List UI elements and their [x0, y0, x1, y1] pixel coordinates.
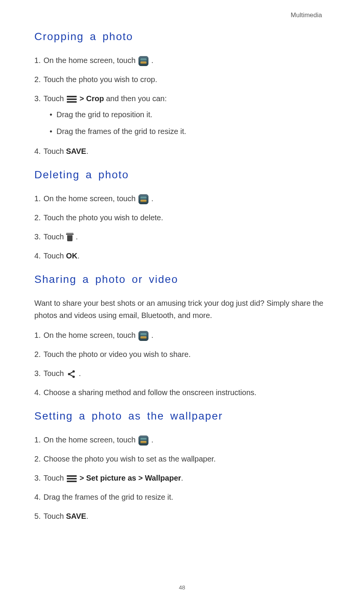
step-bold: SAVE	[66, 147, 86, 155]
steps-deleting: On the home screen, touch . Touch the ph…	[34, 192, 330, 262]
step-text-pre: Touch	[43, 474, 66, 482]
step-item: Drag the frames of the grid to resize it…	[34, 491, 330, 503]
section-heading-wallpaper: Setting a photo as the wallpaper	[34, 410, 330, 422]
section-heading-deleting: Deleting a photo	[34, 169, 330, 181]
sub-item: Drag the frames of the grid to resize it…	[50, 124, 330, 138]
step-bold: OK	[66, 252, 77, 260]
share-icon	[67, 370, 76, 378]
step-text-pre: Touch	[43, 512, 66, 520]
section-heading-cropping: Cropping a photo	[34, 31, 330, 43]
step-text-post: .	[151, 194, 153, 203]
step-text-pre: Touch	[43, 147, 66, 155]
step-bold: SAVE	[66, 512, 86, 520]
step-item: Choose a sharing method and follow the o…	[34, 386, 330, 399]
menu-icon	[67, 475, 77, 482]
step-text-pre: Touch	[43, 94, 66, 103]
step-item: Touch .	[34, 231, 330, 243]
step-text-pre: Touch	[43, 232, 66, 241]
step-text-pre: On the home screen, touch	[43, 436, 138, 444]
step-item: Choose the photo you wish to set as the …	[34, 453, 330, 465]
step-text-post: .	[151, 331, 153, 339]
step-bold-prefix: >	[80, 474, 86, 482]
step-text-pre: Touch	[43, 369, 66, 378]
steps-wallpaper: On the home screen, touch . Choose the p…	[34, 434, 330, 522]
step-text-pre: On the home screen, touch	[43, 194, 138, 203]
step-item: On the home screen, touch .	[34, 329, 330, 341]
step-item: Touch OK.	[34, 250, 330, 262]
steps-sharing: On the home screen, touch . Touch the ph…	[34, 329, 330, 399]
step-text: Choose the photo you wish to set as the …	[43, 455, 216, 463]
step-item: Touch > Set picture as > Wallpaper.	[34, 472, 330, 484]
step-item: Touch the photo you wish to delete.	[34, 211, 330, 224]
step-item: Touch SAVE.	[34, 510, 330, 522]
step-text-pre: Touch	[43, 252, 66, 260]
gallery-app-icon	[139, 56, 148, 66]
step-text-post: and then you can:	[106, 94, 167, 103]
step-item: Touch SAVE.	[34, 145, 330, 157]
gallery-app-icon	[139, 331, 148, 341]
step-text: Drag the frames of the grid to resize it…	[43, 493, 173, 501]
step-text-post: .	[86, 147, 89, 155]
sub-item: Drag the grid to reposition it.	[50, 108, 330, 121]
step-text-post: .	[76, 232, 78, 241]
document-page: Multimedia Cropping a photo On the home …	[0, 0, 364, 602]
step-text-post: .	[151, 436, 153, 444]
step-text-pre: On the home screen, touch	[43, 56, 138, 65]
page-category-header: Multimedia	[34, 11, 330, 19]
step-item: Touch the photo or video you wish to sha…	[34, 348, 330, 360]
step-text-post: .	[181, 474, 184, 482]
step-text-post: .	[151, 56, 153, 65]
step-item: On the home screen, touch .	[34, 434, 330, 446]
step-text: Touch the photo you wish to crop.	[43, 75, 157, 84]
step-text-pre: On the home screen, touch	[43, 331, 138, 339]
section-intro-sharing: Want to share your best shots or an amus…	[34, 297, 330, 321]
section-heading-sharing: Sharing a photo or video	[34, 273, 330, 286]
step-item: Touch > Crop and then you can: Drag the …	[34, 92, 330, 138]
step-text-post: .	[77, 252, 80, 260]
step-text-post: .	[79, 369, 81, 378]
step-text: Choose a sharing method and follow the o…	[43, 388, 256, 397]
gallery-app-icon	[139, 436, 148, 445]
step-text-post: .	[86, 512, 89, 520]
step-item: Touch the photo you wish to crop.	[34, 73, 330, 86]
step-text: Touch the photo you wish to delete.	[43, 213, 163, 222]
step-bold: Set picture as > Wallpaper	[86, 474, 181, 482]
steps-cropping: On the home screen, touch . Touch the ph…	[34, 54, 330, 157]
step-bold: Crop	[86, 94, 104, 103]
step-text: Touch the photo or video you wish to sha…	[43, 350, 191, 358]
step-item: On the home screen, touch .	[34, 192, 330, 205]
page-number: 48	[0, 584, 364, 591]
gallery-app-icon	[139, 194, 148, 204]
step-item: On the home screen, touch .	[34, 54, 330, 66]
trash-icon	[67, 234, 73, 241]
sub-list: Drag the grid to reposition it. Drag the…	[50, 108, 330, 138]
step-bold-prefix: >	[80, 94, 86, 103]
menu-icon	[67, 96, 77, 103]
step-item: Touch .	[34, 367, 330, 379]
